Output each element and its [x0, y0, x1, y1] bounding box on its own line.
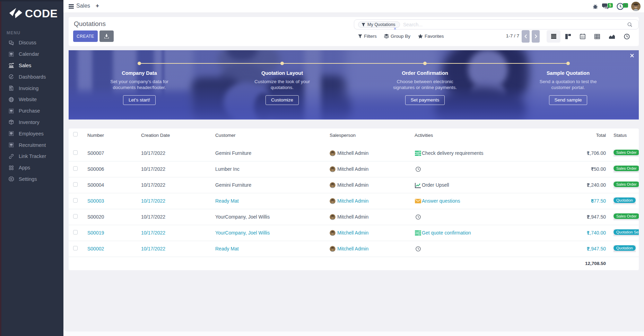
svg-text:CODE: CODE — [25, 7, 58, 19]
